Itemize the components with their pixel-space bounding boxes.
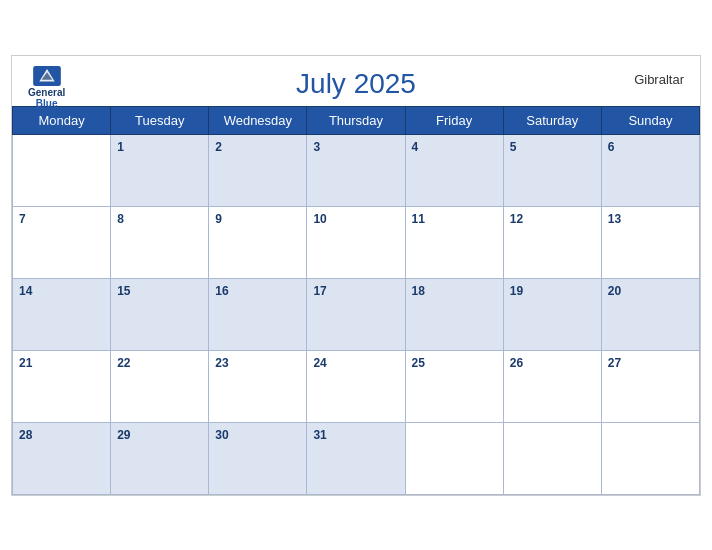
calendar-day-cell: 17 xyxy=(307,278,405,350)
calendar-day-cell: 26 xyxy=(503,350,601,422)
calendar-day-cell: 10 xyxy=(307,206,405,278)
col-tuesday: Tuesday xyxy=(111,106,209,134)
day-number: 6 xyxy=(608,140,615,154)
day-number: 3 xyxy=(313,140,320,154)
calendar-day-cell: 25 xyxy=(405,350,503,422)
col-monday: Monday xyxy=(13,106,111,134)
month-title: July 2025 xyxy=(296,68,416,100)
day-number: 15 xyxy=(117,284,130,298)
calendar-day-cell: 2 xyxy=(209,134,307,206)
calendar-day-cell: 7 xyxy=(13,206,111,278)
day-number: 30 xyxy=(215,428,228,442)
day-number: 24 xyxy=(313,356,326,370)
day-number: 10 xyxy=(313,212,326,226)
calendar-week-row: 14151617181920 xyxy=(13,278,700,350)
calendar-day-cell: 30 xyxy=(209,422,307,494)
day-number: 4 xyxy=(412,140,419,154)
day-number: 7 xyxy=(19,212,26,226)
day-number: 26 xyxy=(510,356,523,370)
day-number: 23 xyxy=(215,356,228,370)
calendar-day-cell: 11 xyxy=(405,206,503,278)
col-friday: Friday xyxy=(405,106,503,134)
calendar-day-cell: 31 xyxy=(307,422,405,494)
calendar-day-cell: 14 xyxy=(13,278,111,350)
calendar-day-cell: 20 xyxy=(601,278,699,350)
region-label: Gibraltar xyxy=(634,72,684,87)
logo-area: General Blue xyxy=(28,66,65,109)
day-number: 9 xyxy=(215,212,222,226)
calendar-header: General Blue July 2025 Gibraltar xyxy=(12,56,700,106)
calendar-day-cell: 24 xyxy=(307,350,405,422)
calendar-day-cell xyxy=(405,422,503,494)
generalblue-logo-icon xyxy=(33,66,61,86)
day-number: 29 xyxy=(117,428,130,442)
calendar-day-cell: 29 xyxy=(111,422,209,494)
day-number: 25 xyxy=(412,356,425,370)
calendar-day-cell: 9 xyxy=(209,206,307,278)
col-wednesday: Wednesday xyxy=(209,106,307,134)
day-number: 1 xyxy=(117,140,124,154)
calendar-day-cell xyxy=(503,422,601,494)
logo-blue-text: Blue xyxy=(36,98,58,109)
day-number: 31 xyxy=(313,428,326,442)
calendar-day-cell: 3 xyxy=(307,134,405,206)
day-number: 12 xyxy=(510,212,523,226)
calendar-day-cell: 1 xyxy=(111,134,209,206)
day-number: 2 xyxy=(215,140,222,154)
day-number: 17 xyxy=(313,284,326,298)
calendar-week-row: 21222324252627 xyxy=(13,350,700,422)
day-number: 11 xyxy=(412,212,425,226)
day-number: 27 xyxy=(608,356,621,370)
day-number: 16 xyxy=(215,284,228,298)
day-number: 28 xyxy=(19,428,32,442)
calendar-day-cell: 4 xyxy=(405,134,503,206)
calendar-day-cell: 6 xyxy=(601,134,699,206)
day-number: 8 xyxy=(117,212,124,226)
day-number: 21 xyxy=(19,356,32,370)
day-number: 5 xyxy=(510,140,517,154)
calendar-day-cell xyxy=(601,422,699,494)
day-number: 22 xyxy=(117,356,130,370)
day-number: 18 xyxy=(412,284,425,298)
day-number: 14 xyxy=(19,284,32,298)
calendar-day-cell: 16 xyxy=(209,278,307,350)
calendar-day-cell: 23 xyxy=(209,350,307,422)
col-sunday: Sunday xyxy=(601,106,699,134)
calendar-week-row: 123456 xyxy=(13,134,700,206)
logo-general-text: General xyxy=(28,87,65,98)
calendar-day-cell: 28 xyxy=(13,422,111,494)
calendar-table: Monday Tuesday Wednesday Thursday Friday… xyxy=(12,106,700,495)
weekday-header-row: Monday Tuesday Wednesday Thursday Friday… xyxy=(13,106,700,134)
calendar-day-cell: 18 xyxy=(405,278,503,350)
calendar-day-cell: 13 xyxy=(601,206,699,278)
calendar-day-cell: 21 xyxy=(13,350,111,422)
calendar-day-cell: 5 xyxy=(503,134,601,206)
calendar-day-cell: 12 xyxy=(503,206,601,278)
calendar-week-row: 78910111213 xyxy=(13,206,700,278)
calendar-day-cell: 22 xyxy=(111,350,209,422)
day-number: 13 xyxy=(608,212,621,226)
col-thursday: Thursday xyxy=(307,106,405,134)
calendar-container: General Blue July 2025 Gibraltar Monday … xyxy=(11,55,701,496)
calendar-day-cell xyxy=(13,134,111,206)
calendar-day-cell: 15 xyxy=(111,278,209,350)
calendar-day-cell: 27 xyxy=(601,350,699,422)
day-number: 20 xyxy=(608,284,621,298)
col-saturday: Saturday xyxy=(503,106,601,134)
day-number: 19 xyxy=(510,284,523,298)
calendar-day-cell: 8 xyxy=(111,206,209,278)
calendar-day-cell: 19 xyxy=(503,278,601,350)
calendar-week-row: 28293031 xyxy=(13,422,700,494)
